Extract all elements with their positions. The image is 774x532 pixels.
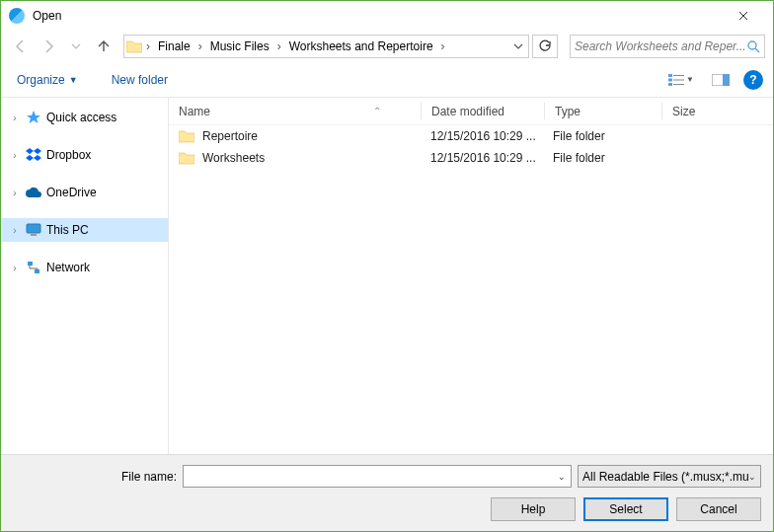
nav-label: Dropbox [46, 148, 91, 162]
file-type-filter[interactable]: All Readable Files (*.musx;*.mu ⌄ [578, 465, 761, 488]
chevron-down-icon [71, 41, 81, 51]
arrow-left-icon [13, 38, 29, 54]
nav-label: This PC [46, 223, 89, 237]
preview-pane-button[interactable] [704, 69, 737, 91]
close-button[interactable] [722, 1, 765, 31]
close-icon [738, 11, 748, 21]
folder-icon [124, 36, 144, 57]
svg-rect-4 [673, 75, 684, 76]
file-date: 12/15/2016 10:29 ... [421, 151, 543, 165]
view-mode-button[interactable]: ▼ [664, 69, 698, 91]
file-date: 12/15/2016 10:29 ... [421, 129, 543, 143]
nav-item-network[interactable]: › Network [1, 256, 168, 279]
file-row[interactable]: Repertoire 12/15/2016 10:29 ... File fol… [169, 125, 773, 147]
main-area: › Quick access › Dropbox › OneDrive › [1, 98, 773, 454]
chevron-down-icon: ▼ [69, 75, 78, 85]
nav-item-quick-access[interactable]: › Quick access [1, 106, 168, 129]
svg-rect-3 [668, 83, 672, 86]
svg-rect-10 [31, 234, 37, 236]
file-row[interactable]: Worksheets 12/15/2016 10:29 ... File fol… [169, 147, 773, 169]
expander-icon[interactable]: › [9, 225, 21, 236]
organize-menu[interactable]: Organize ▼ [11, 69, 84, 91]
breadcrumb-item[interactable]: Worksheets and Repertoire [283, 36, 439, 57]
refresh-button[interactable] [532, 35, 558, 58]
svg-rect-2 [668, 78, 672, 81]
help-button[interactable]: ? [743, 70, 763, 90]
breadcrumb-item[interactable]: Music Files [204, 36, 275, 57]
chevron-down-icon: ⌄ [748, 472, 756, 482]
address-bar: › Finale › Music Files › Worksheets and … [1, 31, 773, 62]
bottom-panel: File name: ⌄ All Readable Files (*.musx;… [1, 454, 773, 531]
svg-point-0 [748, 41, 756, 49]
breadcrumb-item[interactable]: Finale [152, 36, 196, 57]
chevron-down-icon: ▼ [686, 75, 694, 84]
new-folder-button[interactable]: New folder [106, 69, 174, 91]
svg-rect-8 [723, 74, 730, 86]
chevron-right-icon: › [196, 39, 204, 53]
help-icon: ? [749, 73, 756, 87]
chevron-right-icon: › [275, 39, 283, 53]
filename-label: File name: [1, 470, 177, 484]
forward-button[interactable] [37, 35, 60, 58]
file-name: Worksheets [202, 151, 265, 165]
title-bar: Open [1, 1, 773, 31]
nav-item-onedrive[interactable]: › OneDrive [1, 181, 168, 204]
filename-input[interactable] [184, 470, 553, 484]
refresh-icon [538, 39, 552, 53]
toolbar: Organize ▼ New folder ▼ ? [1, 62, 773, 98]
app-icon [9, 8, 25, 24]
file-type: File folder [543, 129, 659, 143]
nav-item-dropbox[interactable]: › Dropbox [1, 143, 168, 167]
star-icon [25, 110, 42, 125]
organize-label: Organize [17, 73, 65, 87]
svg-rect-5 [673, 79, 684, 80]
file-list: Name ⌃ Date modified Type Size Repertoir… [168, 98, 773, 454]
expander-icon[interactable]: › [9, 113, 21, 123]
chevron-right-icon: › [144, 39, 152, 53]
expander-icon[interactable]: › [9, 263, 21, 273]
network-icon [25, 260, 42, 275]
nav-label: Quick access [46, 111, 116, 124]
column-header-size[interactable]: Size [662, 105, 773, 118]
column-header-type[interactable]: Type [545, 105, 661, 118]
list-view-icon [668, 74, 684, 86]
back-button[interactable] [9, 35, 33, 58]
file-name: Repertoire [202, 129, 258, 143]
navigation-pane: › Quick access › Dropbox › OneDrive › [1, 98, 168, 454]
search-input[interactable] [575, 39, 746, 53]
recent-dropdown[interactable] [64, 35, 88, 58]
svg-rect-1 [668, 74, 672, 77]
up-button[interactable] [92, 35, 116, 58]
folder-icon [179, 129, 194, 143]
preview-pane-icon [712, 74, 730, 86]
sort-indicator-icon: ⌃ [373, 106, 381, 116]
chevron-right-icon: › [439, 39, 447, 53]
folder-icon [179, 151, 194, 165]
expander-icon[interactable]: › [9, 150, 21, 161]
dropbox-icon [25, 147, 42, 163]
breadcrumb[interactable]: › Finale › Music Files › Worksheets and … [123, 35, 529, 58]
file-type: File folder [543, 151, 659, 165]
monitor-icon [25, 222, 42, 238]
cancel-button[interactable]: Cancel [676, 497, 761, 521]
help-button[interactable]: Help [491, 497, 576, 521]
expander-icon[interactable]: › [9, 188, 21, 198]
filter-text: All Readable Files (*.musx;*.mu [582, 470, 748, 484]
column-header-date[interactable]: Date modified [422, 105, 544, 118]
new-folder-label: New folder [112, 73, 168, 87]
search-box[interactable] [570, 35, 765, 58]
chevron-down-icon[interactable]: ⌄ [553, 472, 571, 482]
column-header-row: Name ⌃ Date modified Type Size [169, 98, 773, 125]
arrow-right-icon [40, 38, 56, 54]
column-header-name[interactable]: Name ⌃ [169, 105, 421, 118]
filename-combobox[interactable]: ⌄ [183, 465, 572, 488]
breadcrumb-history-button[interactable] [508, 41, 528, 51]
nav-label: Network [46, 261, 90, 274]
svg-rect-6 [673, 84, 684, 85]
select-button[interactable]: Select [583, 497, 668, 521]
cloud-icon [25, 185, 42, 200]
svg-rect-12 [35, 269, 39, 273]
nav-item-this-pc[interactable]: › This PC [1, 218, 168, 242]
svg-rect-9 [27, 224, 40, 233]
arrow-up-icon [96, 38, 112, 54]
